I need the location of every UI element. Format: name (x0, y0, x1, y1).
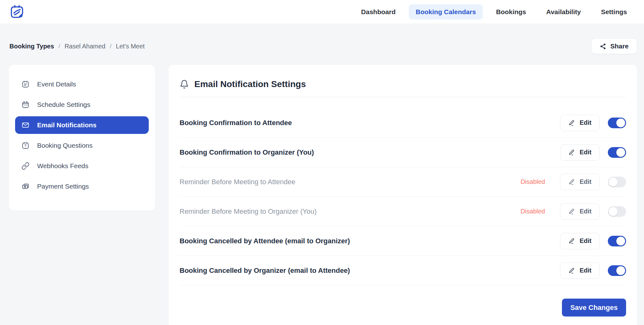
svg-text:?: ? (25, 144, 26, 147)
nav-item-bookings[interactable]: Bookings (489, 4, 533, 19)
toggle-knob (616, 118, 625, 127)
bell-icon (180, 80, 189, 89)
toggle-knob (609, 207, 618, 216)
edit-button[interactable]: Edit (560, 115, 600, 131)
nav-menu: Dashboard Booking Calendars Bookings Ava… (354, 4, 634, 19)
notification-label: Booking Cancelled by Attendee (email to … (180, 237, 545, 245)
save-changes-button[interactable]: Save Changes (562, 299, 626, 317)
pen-icon (568, 119, 575, 126)
nav-item-dashboard[interactable]: Dashboard (354, 4, 402, 19)
notification-toggle[interactable] (608, 177, 626, 187)
link-icon (21, 162, 30, 170)
edit-button[interactable]: Edit (560, 174, 600, 190)
share-label: Share (610, 42, 629, 50)
row-cancelled-by-attendee: Booking Cancelled by Attendee (email to … (180, 226, 626, 256)
disabled-badge: Disabled (520, 178, 545, 185)
sidebar-item-label: Event Details (37, 80, 76, 88)
toggle-knob (616, 148, 625, 157)
nav-item-settings[interactable]: Settings (594, 4, 634, 19)
row-cancelled-by-organizer: Booking Cancelled by Organizer (email to… (180, 256, 626, 285)
toggle-knob (616, 266, 625, 275)
breadcrumb-separator: / (110, 43, 111, 50)
email-notification-settings-card: Email Notification Settings Booking Conf… (169, 65, 637, 325)
sidebar-item-schedule-settings[interactable]: Schedule Settings (15, 96, 149, 113)
disabled-badge: Disabled (520, 208, 545, 215)
edit-button[interactable]: Edit (560, 262, 600, 279)
nav-item-booking-calendars[interactable]: Booking Calendars (409, 4, 483, 19)
pen-icon (568, 267, 575, 274)
notification-toggle[interactable] (608, 236, 626, 246)
sidebar-item-email-notifications[interactable]: Email Notifications (15, 116, 149, 134)
sidebar-item-label: Email Notifications (37, 121, 97, 129)
top-navbar: Dashboard Booking Calendars Bookings Ava… (0, 0, 644, 24)
share-icon (600, 43, 606, 50)
settings-sidebar: Event Details Schedule Settings (9, 65, 155, 211)
row-booking-confirmation-organizer: Booking Confirmation to Organizer (You) … (180, 138, 626, 167)
notification-toggle[interactable] (608, 206, 626, 217)
edit-button[interactable]: Edit (560, 144, 600, 161)
envelope-icon (21, 121, 30, 129)
edit-label: Edit (580, 178, 591, 185)
pen-icon (568, 179, 575, 185)
app-logo-icon[interactable] (9, 4, 25, 20)
breadcrumb-separator: / (58, 43, 60, 50)
pen-icon (568, 149, 575, 156)
pen-icon (568, 238, 575, 245)
edit-button[interactable]: Edit (560, 203, 600, 220)
card-header: Email Notification Settings (180, 79, 626, 97)
toggle-knob (616, 237, 625, 245)
money-icon (21, 182, 30, 190)
sidebar-item-webhooks-feeds[interactable]: Webhooks Feeds (15, 157, 149, 175)
note-icon (21, 80, 30, 88)
share-button[interactable]: Share (591, 38, 637, 54)
edit-button[interactable]: Edit (560, 233, 600, 249)
notification-label: Booking Cancelled by Organizer (email to… (180, 267, 545, 275)
breadcrumb-organizer[interactable]: Rasel Ahamed (64, 43, 105, 50)
sidebar-item-payment-settings[interactable]: Payment Settings (15, 178, 149, 195)
sidebar-item-booking-questions[interactable]: ? Booking Questions (15, 137, 149, 154)
notification-toggle[interactable] (608, 265, 626, 276)
page-title: Email Notification Settings (194, 79, 306, 89)
sidebar-item-event-details[interactable]: Event Details (15, 75, 149, 93)
row-booking-confirmation-attendee: Booking Confirmation to Attendee Edit (180, 108, 626, 138)
breadcrumb-booking-types[interactable]: Booking Types (9, 43, 54, 50)
sidebar-item-label: Booking Questions (37, 142, 92, 149)
notification-rows: Booking Confirmation to Attendee Edit Bo… (180, 108, 626, 285)
breadcrumb-event-name: Let's Meet (116, 43, 145, 50)
edit-label: Edit (580, 237, 591, 245)
edit-label: Edit (580, 119, 591, 126)
edit-label: Edit (580, 149, 591, 156)
toggle-knob (609, 178, 618, 186)
breadcrumb-row: Booking Types / Rasel Ahamed / Let's Mee… (9, 38, 637, 54)
sidebar-item-label: Webhooks Feeds (37, 162, 88, 170)
page-content: Booking Types / Rasel Ahamed / Let's Mee… (0, 24, 644, 325)
pen-icon (568, 208, 575, 215)
row-reminder-attendee: Reminder Before Meeting to Attendee Disa… (180, 167, 626, 197)
sidebar-item-label: Schedule Settings (37, 101, 90, 108)
sidebar-item-label: Payment Settings (37, 183, 89, 190)
row-reminder-organizer: Reminder Before Meeting to Organizer (Yo… (180, 197, 626, 226)
notification-label: Reminder Before Meeting to Organizer (Yo… (180, 207, 520, 216)
notification-label: Reminder Before Meeting to Attendee (180, 178, 520, 186)
edit-label: Edit (580, 208, 591, 215)
question-icon: ? (21, 141, 30, 150)
breadcrumb: Booking Types / Rasel Ahamed / Let's Mee… (9, 43, 145, 50)
notification-label: Booking Confirmation to Organizer (You) (180, 148, 545, 157)
edit-label: Edit (580, 267, 591, 274)
nav-item-availability[interactable]: Availability (539, 4, 588, 19)
notification-toggle[interactable] (608, 118, 626, 128)
calendar-icon (21, 101, 30, 109)
notification-toggle[interactable] (608, 147, 626, 158)
notification-label: Booking Confirmation to Attendee (180, 119, 545, 127)
